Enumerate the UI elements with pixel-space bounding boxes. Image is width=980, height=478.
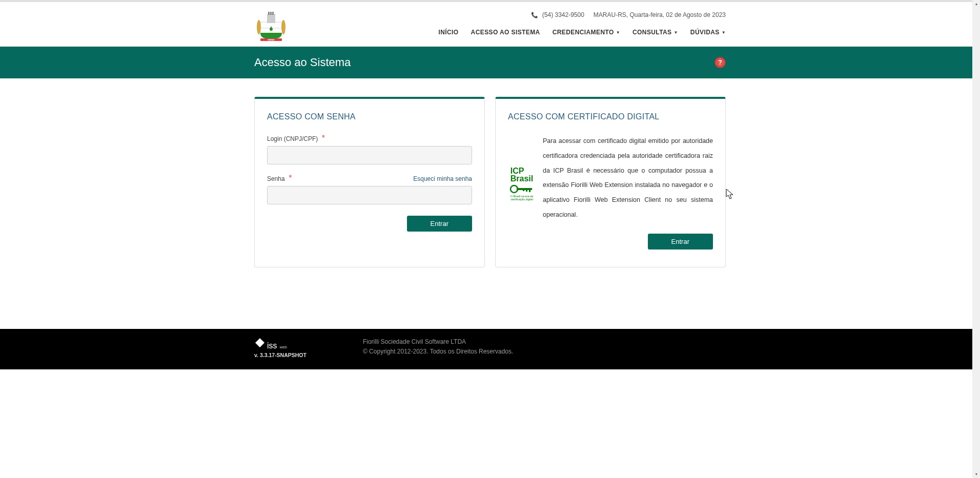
certificate-card-title: ACESSO COM CERTIFICADO DIGITAL	[508, 112, 713, 121]
login-field-group: Login (CNPJ/CPF) *	[267, 134, 472, 164]
password-label: Senha	[267, 175, 285, 182]
svg-rect-15	[526, 188, 527, 192]
footer-copyright: © Copyright 2012-2023. Todos os Direitos…	[363, 347, 513, 357]
header: MARAU 📞 (54) 3342-9500 MARAU-RS, Quarta-…	[0, 2, 980, 47]
certificate-description: Para acessar com certificado digital emi…	[543, 134, 713, 222]
required-mark: *	[322, 134, 325, 142]
password-field-group: Senha * Esqueci minha senha	[267, 174, 472, 204]
svg-rect-6	[272, 12, 274, 15]
nav-inicio[interactable]: INÍCIO	[439, 29, 459, 41]
footer-logo: iss web	[254, 337, 307, 350]
password-input[interactable]	[267, 186, 472, 204]
scrollbar[interactable]: ▴ ▾	[972, 0, 980, 369]
svg-point-9	[281, 20, 285, 34]
iss-logo-icon	[254, 337, 266, 348]
page-banner: Acesso ao Sistema ?	[0, 47, 980, 78]
certificate-submit-button[interactable]: Entrar	[648, 234, 713, 250]
chevron-down-icon: ▼	[674, 30, 678, 35]
icp-brasil-logo: ICP Brasil O Brasil na era da certificaç…	[508, 146, 536, 222]
phone-display: 📞 (54) 3342-9500	[531, 11, 584, 18]
certificate-login-card: ACESSO COM CERTIFICADO DIGITAL ICP Brasi…	[495, 97, 726, 267]
required-mark: *	[289, 174, 292, 182]
footer: iss web v. 3.3.17-SNAPSHOT Fiorilli Soci…	[0, 329, 980, 369]
login-input[interactable]	[267, 146, 472, 164]
main-nav: INÍCIO ACESSO AO SISTEMA CREDENCIAMENTO …	[439, 29, 726, 41]
svg-point-12	[511, 185, 518, 193]
chevron-down-icon: ▼	[722, 30, 726, 35]
content-area: ACESSO COM SENHA Login (CNPJ/CPF) * Senh…	[254, 97, 726, 329]
footer-text: Fiorilli Sociedade Civil Software LTDA ©…	[363, 337, 513, 357]
svg-text:MARAU: MARAU	[268, 39, 274, 41]
nav-duvidas[interactable]: DÚVIDAS ▼	[690, 29, 726, 41]
svg-point-8	[257, 20, 261, 34]
scrollbar-up-icon[interactable]: ▴	[972, 0, 980, 8]
municipality-logo[interactable]: MARAU	[254, 11, 288, 42]
login-label: Login (CNPJ/CPF)	[267, 135, 318, 142]
svg-rect-5	[270, 12, 272, 15]
nav-acesso-sistema[interactable]: ACESSO AO SISTEMA	[471, 29, 540, 41]
footer-version: v. 3.3.17-SNAPSHOT	[254, 352, 307, 358]
chevron-down-icon: ▼	[616, 30, 620, 35]
password-card-title: ACESSO COM SENHA	[267, 112, 472, 121]
question-icon: ?	[718, 59, 722, 66]
key-icon	[509, 184, 534, 194]
svg-rect-3	[267, 14, 275, 23]
svg-rect-16	[523, 188, 524, 191]
page-title: Acesso ao Sistema	[254, 56, 351, 69]
login-submit-button[interactable]: Entrar	[407, 216, 472, 232]
svg-rect-4	[268, 12, 270, 15]
header-info: 📞 (54) 3342-9500 MARAU-RS, Quarta-feira,…	[531, 11, 726, 18]
forgot-password-link[interactable]: Esqueci minha senha	[413, 175, 472, 182]
location-date: MARAU-RS, Quarta-feira, 02 de Agosto de …	[594, 11, 726, 18]
phone-icon: 📞	[531, 12, 538, 18]
password-login-card: ACESSO COM SENHA Login (CNPJ/CPF) * Senh…	[254, 97, 485, 267]
svg-rect-14	[529, 188, 530, 192]
nav-credenciamento[interactable]: CREDENCIAMENTO ▼	[553, 29, 620, 41]
nav-consultas[interactable]: CONSULTAS ▼	[632, 29, 678, 41]
footer-company: Fiorilli Sociedade Civil Software LTDA	[363, 337, 513, 347]
help-button[interactable]: ?	[714, 57, 726, 68]
